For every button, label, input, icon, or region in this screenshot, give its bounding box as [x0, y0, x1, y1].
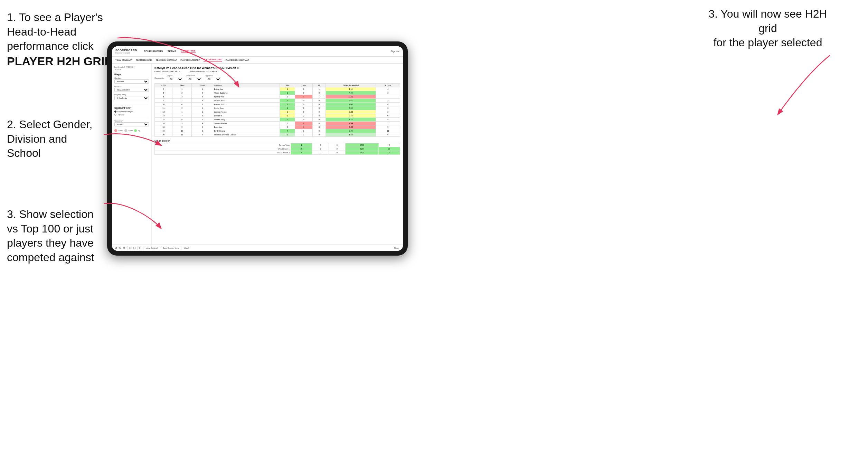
division-record: Division Record: 331 - 34 - 6: [190, 70, 217, 73]
cell-conf: 7: [192, 133, 213, 137]
subnav: TEAM SUMMARY TEAM H2H GRID TEAM H2H HEAT…: [112, 57, 403, 64]
cell-tie: 0: [312, 110, 326, 114]
cell-diff: 3.33: [326, 106, 376, 110]
arrow-top-right: [744, 48, 847, 124]
toolbar-watch[interactable]: Watch: [183, 247, 190, 249]
out-div-win-naia1: 15: [291, 147, 312, 151]
cell-tie: 0: [312, 133, 326, 137]
cell-conf: 2: [192, 91, 213, 95]
sidebar-division-select[interactable]: NCAA Division III: [114, 88, 149, 92]
cell-diff: 1.50: [326, 87, 376, 91]
out-div-tie-foreign: 0: [329, 143, 345, 147]
cell-reg: 1: [172, 87, 192, 91]
sidebar-colour-select[interactable]: Win/loss: [114, 122, 149, 126]
cell-reg: 8: [172, 118, 192, 122]
toolbar-redo[interactable]: ↻: [119, 246, 122, 250]
logo: SCOREBOARD Powered by clippd: [115, 49, 137, 54]
cell-tie: 0: [312, 125, 326, 129]
sidebar-player-rank-select[interactable]: 8. Katelyn Vo: [114, 96, 149, 100]
col-loss: Loss: [295, 84, 313, 87]
cell-opponent: Alexis Sudjianto: [213, 91, 280, 95]
table-row: 11 2 5 Heejo Hyun 1 0 0 3.33 3: [155, 106, 400, 110]
sidebar-radio-top100[interactable]: Top 100: [114, 114, 149, 116]
cell-conf: 3: [192, 95, 213, 99]
nav-teams[interactable]: TEAMS: [168, 50, 176, 53]
filter-opponent-select[interactable]: (All): [205, 77, 221, 81]
out-div-row-foreign: Foreign Team 1 0 0 4.500 2: [155, 143, 400, 147]
cell-loss: 1: [295, 95, 313, 99]
toolbar-undo[interactable]: ↺: [115, 246, 117, 250]
cell-rounds: 11: [376, 129, 400, 133]
toolbar-view-original[interactable]: View: Original: [145, 247, 159, 249]
cell-diff: 1.33: [326, 133, 376, 137]
out-div-loss-foreign: 0: [312, 143, 329, 147]
toolbar-share[interactable]: Share: [393, 247, 400, 249]
cell-div: 3: [155, 87, 172, 91]
toolbar-paste[interactable]: ⊟: [133, 246, 136, 250]
grid-area: Katelyn Vo Head-to-Head Grid for Women's…: [152, 64, 403, 245]
cell-reg: 2: [172, 106, 192, 110]
cell-tie: 0: [312, 118, 326, 122]
cell-reg: 2: [172, 91, 192, 95]
cell-rounds: 3: [376, 106, 400, 110]
cell-loss: 2: [295, 114, 313, 118]
cell-loss: 2: [295, 122, 313, 125]
subnav-team-summary[interactable]: TEAM SUMMARY: [115, 59, 132, 61]
nav-signin[interactable]: Sign out: [390, 50, 399, 53]
table-row: 15 8 5 Stella Cheng 1 0 0 1.25 4: [155, 118, 400, 122]
instruction-text-3: 3. Show selectionvs Top 100 or justplaye…: [7, 208, 94, 264]
table-row: 6 3 3 Sydney Kuo 0 1 1 -1.00: [155, 95, 400, 99]
cell-win: 1: [280, 122, 295, 125]
cell-div: 10: [155, 103, 172, 106]
radio-top100-label: Top 100: [117, 114, 124, 116]
filter-opponent: Opponent (All): [205, 75, 221, 81]
cell-diff: 1.25: [326, 118, 376, 122]
filter-region-select[interactable]: (All): [167, 77, 183, 81]
cell-tie: 0: [312, 114, 326, 118]
sidebar-player-rank-label: Player (Rank): [114, 94, 149, 96]
toolbar-undo2[interactable]: ↺: [123, 246, 126, 250]
instruction-block-3: 3. Show selectionvs Top 100 or justplaye…: [7, 207, 104, 265]
grid-records: Overall Record: 353 - 34 - 6 Division Re…: [154, 70, 400, 73]
subnav-team-h2h-grid[interactable]: TEAM H2H GRID: [136, 59, 152, 61]
cell-loss: 1: [295, 125, 313, 129]
cell-opponent: Sydney Kuo: [213, 95, 280, 99]
cell-div: 19: [155, 129, 172, 133]
subnav-player-h2h-grid[interactable]: PLAYER H2H GRID: [204, 58, 222, 61]
cell-opponent: Federica Domecq Lacroze: [213, 133, 280, 137]
cell-tie: 0: [312, 106, 326, 110]
toolbar-save-custom-view[interactable]: Save Custom View: [162, 247, 180, 249]
nav-committee[interactable]: COMMITTEE: [181, 49, 196, 53]
cell-loss: 0: [295, 118, 313, 122]
nav-tournaments[interactable]: TOURNAMENTS: [144, 50, 163, 53]
out-div-rounds-ncaa2: 10: [379, 151, 400, 155]
filter-conference: Conference (All): [186, 75, 202, 81]
sidebar-radio-opponents[interactable]: Opponents Played: [114, 111, 149, 113]
out-div-win-foreign: 1: [291, 143, 312, 147]
legend-up-label: Up: [138, 130, 140, 132]
table-row: 3 1 1 Esther Lee 1 0 1 1.50 4: [155, 87, 400, 91]
sidebar-gender-select[interactable]: Women's: [114, 79, 149, 84]
cell-opponent: Heejo Hyun: [213, 106, 280, 110]
sidebar: Last Updated: 27/03/202416:55:38 Player …: [112, 64, 152, 245]
subnav-team-h2h-heatmap[interactable]: TEAM H2H HEATMAP: [156, 59, 177, 61]
filter-region-label: Region: [167, 75, 183, 77]
grid-title: Katelyn Vo Head-to-Head Grid for Women's…: [154, 66, 400, 70]
cell-win: 0: [280, 95, 295, 99]
subnav-player-summary[interactable]: PLAYER SUMMARY: [180, 59, 200, 61]
filter-region: Region (All): [167, 75, 183, 81]
filter-conference-select[interactable]: (All): [186, 77, 202, 81]
out-of-division-table: Foreign Team 1 0 0 4.500 2 NAIA Division…: [154, 143, 400, 155]
subnav-player-h2h-heatmap[interactable]: PLAYER H2H HEATMAP: [226, 59, 249, 61]
cell-tie: 1: [312, 87, 326, 91]
cell-rounds: 2: [376, 125, 400, 129]
navbar: SCOREBOARD Powered by clippd TOURNAMENTS…: [112, 46, 403, 57]
cell-rounds: 4: [376, 87, 400, 91]
cell-reg: 11: [172, 133, 192, 137]
main-content: Last Updated: 27/03/202416:55:38 Player …: [112, 64, 403, 245]
opponents-filter-label: Opponents:: [154, 77, 164, 79]
toolbar-copy[interactable]: ⊞: [129, 246, 132, 250]
toolbar-time[interactable]: ⊙: [139, 246, 142, 250]
cell-opponent: Euna Lee: [213, 125, 280, 129]
cell-div: 14: [155, 114, 172, 118]
